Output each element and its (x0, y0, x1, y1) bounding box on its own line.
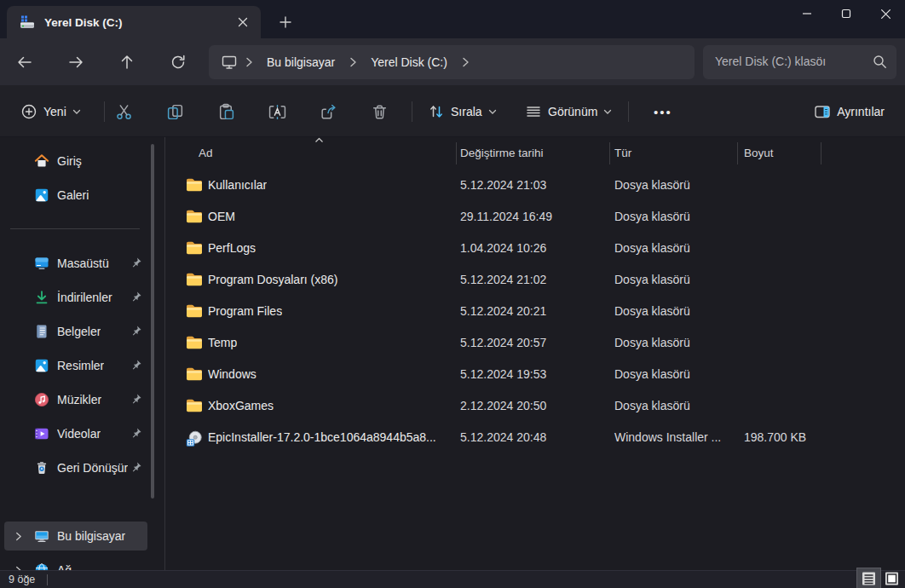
search-icon[interactable] (871, 53, 888, 70)
column-resize-handle[interactable] (737, 142, 738, 164)
large-icons-view-icon[interactable] (880, 568, 903, 588)
chevron-right-icon[interactable] (241, 57, 257, 67)
music-icon (34, 392, 49, 407)
gallery-icon (34, 187, 49, 203)
breadcrumb-item-local-disk[interactable]: Yerel Disk (C:) (364, 52, 454, 72)
sidebar-item-downloads[interactable]: İndirilenler (4, 283, 147, 312)
copy-icon[interactable] (158, 96, 192, 127)
back-arrow-icon[interactable] (9, 47, 40, 78)
file-row[interactable]: Temp 5.12.2024 20:57 Dosya klasörü (167, 328, 900, 360)
column-resize-handle[interactable] (609, 142, 610, 164)
pin-icon (130, 325, 142, 337)
file-type: Dosya klasörü (614, 210, 690, 223)
file-name: Kullanıcılar (208, 178, 267, 192)
sidebar-item-desktop[interactable]: Masaüstü (4, 249, 147, 278)
sidebar-item-documents[interactable]: Belgeler (4, 317, 147, 346)
file-size: 198.700 KB (744, 430, 806, 444)
maximize-icon[interactable] (827, 0, 866, 27)
recycle-bin-icon (34, 460, 49, 476)
ellipsis-icon: ••• (654, 105, 672, 119)
network-icon (34, 562, 49, 570)
refresh-icon[interactable] (163, 47, 193, 78)
file-row[interactable]: Program Files 5.12.2024 20:21 Dosya klas… (167, 297, 900, 328)
view-button[interactable]: Görünüm (516, 96, 620, 127)
sidebar-item-network[interactable]: Ağ (4, 556, 147, 570)
tab-close-icon[interactable] (232, 11, 254, 33)
file-row[interactable]: Program Dosyaları (x86) 5.12.2024 21:02 … (167, 265, 900, 297)
sidebar-item-label: Galeri (57, 188, 89, 202)
minimize-icon[interactable] (787, 0, 827, 27)
drive-icon (19, 14, 36, 31)
sidebar-scrollbar[interactable] (151, 144, 154, 499)
pin-icon (130, 359, 142, 371)
close-icon[interactable] (866, 0, 905, 27)
sidebar-item-this-pc[interactable]: Bu bilgisayar (4, 522, 147, 551)
plus-circle-icon (20, 103, 37, 120)
file-row[interactable]: EpicInstaller-17.2.0-1bce1064a8944b5a8..… (167, 423, 900, 454)
folder-icon (186, 210, 203, 227)
file-name: XboxGames (208, 399, 274, 412)
file-type: Dosya klasörü (614, 336, 690, 349)
sidebar-item-pictures[interactable]: Resimler (4, 351, 147, 380)
more-options-button[interactable]: ••• (644, 96, 682, 127)
view-button-label: Görünüm (548, 105, 597, 118)
folder-icon (186, 178, 203, 195)
file-date: 1.04.2024 10:26 (460, 241, 546, 255)
folder-icon (186, 304, 203, 321)
details-view-icon[interactable] (857, 568, 880, 588)
new-tab-button[interactable] (274, 11, 297, 33)
sidebar-item-home[interactable]: Giriş (4, 147, 147, 176)
sidebar-item-label: Giriş (57, 154, 82, 168)
folder-icon (186, 241, 203, 258)
file-date: 2.12.2024 20:50 (460, 399, 546, 412)
chevron-right-icon[interactable] (14, 532, 22, 541)
sidebar-item-music[interactable]: Müzikler (4, 385, 147, 414)
column-header-name[interactable]: Ad (199, 147, 213, 159)
details-button-label: Ayrıntılar (837, 105, 885, 118)
column-resize-handle[interactable] (821, 142, 821, 164)
pin-icon (130, 393, 142, 405)
column-resize-handle[interactable] (456, 142, 457, 164)
this-pc-icon (34, 528, 49, 544)
file-date: 5.12.2024 20:21 (460, 304, 546, 318)
file-date: 29.11.2024 16:49 (460, 210, 552, 223)
cut-icon[interactable] (107, 96, 141, 127)
paste-icon[interactable] (209, 96, 243, 127)
sidebar-item-label: Masaüstü (57, 257, 109, 270)
sort-icon (428, 103, 445, 120)
share-icon[interactable] (311, 96, 345, 127)
pane-separator[interactable] (164, 137, 165, 570)
rename-icon[interactable] (260, 96, 294, 127)
sort-ascending-icon (314, 136, 325, 144)
column-header-size[interactable]: Boyut (744, 147, 774, 159)
details-pane-button[interactable]: Ayrıntılar (805, 96, 893, 127)
tab-active[interactable]: Yerel Disk (C:) (7, 6, 261, 38)
file-row[interactable]: XboxGames 2.12.2024 20:50 Dosya klasörü (167, 391, 900, 423)
pin-icon (130, 257, 142, 268)
file-row[interactable]: Windows 5.12.2024 19:53 Dosya klasörü (167, 360, 900, 391)
download-icon (34, 290, 49, 305)
sort-button[interactable]: Sırala (419, 96, 505, 127)
sidebar-item-gallery[interactable]: Galeri (4, 181, 147, 210)
file-type: Dosya klasörü (614, 241, 690, 255)
breadcrumb: Bu bilgisayar Yerel Disk (C:) (209, 45, 695, 79)
search-input[interactable] (703, 45, 861, 78)
column-header-date[interactable]: Değiştirme tarihi (460, 147, 544, 159)
breadcrumb-item-this-pc[interactable]: Bu bilgisayar (260, 52, 342, 72)
monitor-icon[interactable] (221, 54, 238, 71)
sidebar-item-recycle-bin[interactable]: Geri Dönüşür (4, 453, 147, 482)
folder-icon (186, 367, 203, 384)
sidebar-item-videos[interactable]: Videolar (4, 419, 147, 448)
file-row[interactable]: OEM 29.11.2024 16:49 Dosya klasörü (167, 202, 900, 233)
forward-arrow-icon[interactable] (61, 47, 91, 78)
column-header-type[interactable]: Tür (614, 147, 631, 159)
chevron-right-icon[interactable] (458, 57, 473, 67)
file-row[interactable]: Kullanıcılar 5.12.2024 21:03 Dosya klasö… (167, 170, 900, 202)
file-row[interactable]: PerfLogs 1.04.2024 10:26 Dosya klasörü (167, 233, 900, 265)
new-button[interactable]: Yeni (12, 96, 89, 127)
up-arrow-icon[interactable] (112, 47, 142, 78)
chevron-right-icon[interactable] (345, 57, 360, 67)
toolbar-divider (104, 101, 105, 122)
statusbar: 9 öğe (0, 570, 905, 588)
delete-icon[interactable] (362, 96, 396, 127)
